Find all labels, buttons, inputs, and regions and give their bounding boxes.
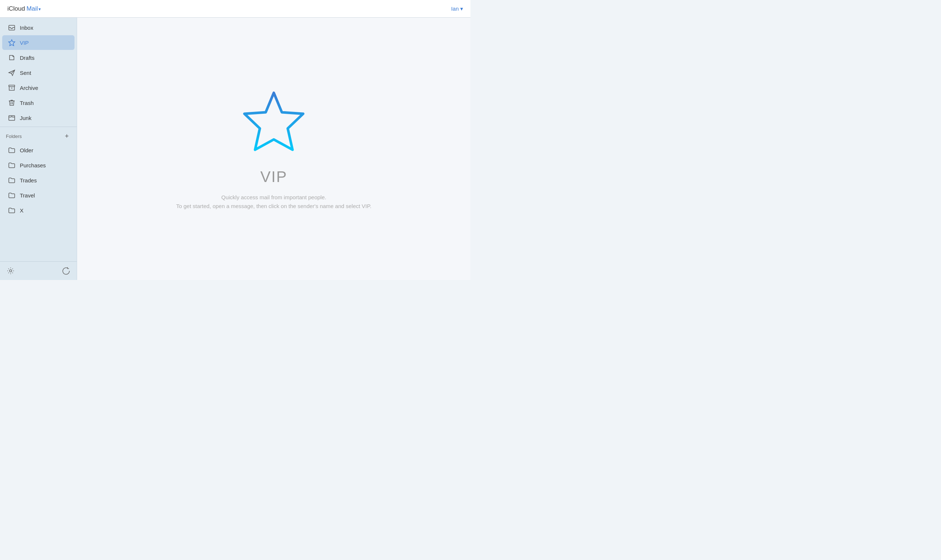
folder-trades-icon <box>8 177 15 184</box>
junk-label: Junk <box>20 115 32 121</box>
sidebar-item-older[interactable]: Older <box>2 143 74 157</box>
sidebar-item-drafts[interactable]: Drafts <box>2 50 74 65</box>
sidebar-item-trades[interactable]: Trades <box>2 173 74 188</box>
purchases-label: Purchases <box>20 162 46 168</box>
junk-icon <box>8 114 15 122</box>
user-name: Ian <box>451 6 459 12</box>
archive-icon <box>8 84 15 91</box>
folder-travel-icon <box>8 192 15 199</box>
older-label: Older <box>20 147 34 153</box>
sidebar-item-x[interactable]: X <box>2 203 74 218</box>
app-header: iCloud Mail▾ Ian ▾ <box>0 0 470 18</box>
folders-section-header: Folders + <box>0 128 77 142</box>
app-logo-area: iCloud Mail▾ <box>7 5 41 12</box>
sent-icon <box>8 69 15 76</box>
icloud-text: iCloud <box>7 5 25 12</box>
user-dropdown-icon: ▾ <box>460 6 463 12</box>
sidebar-item-trash[interactable]: Trash <box>2 95 74 110</box>
mail-text: Mail▾ <box>26 5 41 12</box>
sidebar-item-inbox[interactable]: Inbox <box>2 20 74 35</box>
sidebar-nav: Inbox VIP Drafts <box>0 18 77 261</box>
sidebar-item-archive[interactable]: Archive <box>2 80 74 95</box>
sidebar-item-travel[interactable]: Travel <box>2 188 74 203</box>
inbox-label: Inbox <box>20 25 34 31</box>
vip-description: Quickly access mail from important peopl… <box>176 193 371 211</box>
sidebar-item-sent[interactable]: Sent <box>2 65 74 80</box>
sidebar-item-purchases[interactable]: Purchases <box>2 158 74 172</box>
svg-rect-2 <box>9 85 15 87</box>
drafts-icon <box>8 54 15 61</box>
user-menu[interactable]: Ian ▾ <box>451 6 463 12</box>
archive-label: Archive <box>20 85 38 91</box>
main-content: VIP Quickly access mail from important p… <box>77 18 470 280</box>
main-layout: Inbox VIP Drafts <box>0 18 470 280</box>
svg-marker-1 <box>9 40 15 46</box>
trash-label: Trash <box>20 100 34 106</box>
drafts-label: Drafts <box>20 55 34 61</box>
trash-icon <box>8 99 15 106</box>
trades-label: Trades <box>20 177 37 183</box>
mail-dropdown-icon[interactable]: ▾ <box>38 7 41 12</box>
add-folder-button[interactable]: + <box>63 132 71 140</box>
refresh-button[interactable] <box>61 266 71 275</box>
folder-purchases-icon <box>8 162 15 169</box>
sent-label: Sent <box>20 70 31 76</box>
vip-star-icon <box>8 39 15 46</box>
x-label: X <box>20 207 23 214</box>
vip-label: VIP <box>20 40 29 46</box>
sidebar-item-junk[interactable]: Junk <box>2 111 74 125</box>
settings-button[interactable] <box>6 266 15 275</box>
sidebar-bottom-bar <box>0 261 77 280</box>
folder-older-icon <box>8 146 15 154</box>
folders-label: Folders <box>6 134 22 139</box>
svg-marker-5 <box>244 93 303 150</box>
svg-point-4 <box>9 270 12 272</box>
travel-label: Travel <box>20 192 35 198</box>
folder-x-icon <box>8 207 15 214</box>
vip-star-graphic <box>237 87 311 161</box>
sidebar-item-vip[interactable]: VIP <box>2 35 74 50</box>
vip-empty-state: VIP Quickly access mail from important p… <box>176 87 371 211</box>
vip-heading: VIP <box>260 168 288 186</box>
inbox-icon <box>8 24 15 31</box>
sidebar: Inbox VIP Drafts <box>0 18 77 280</box>
